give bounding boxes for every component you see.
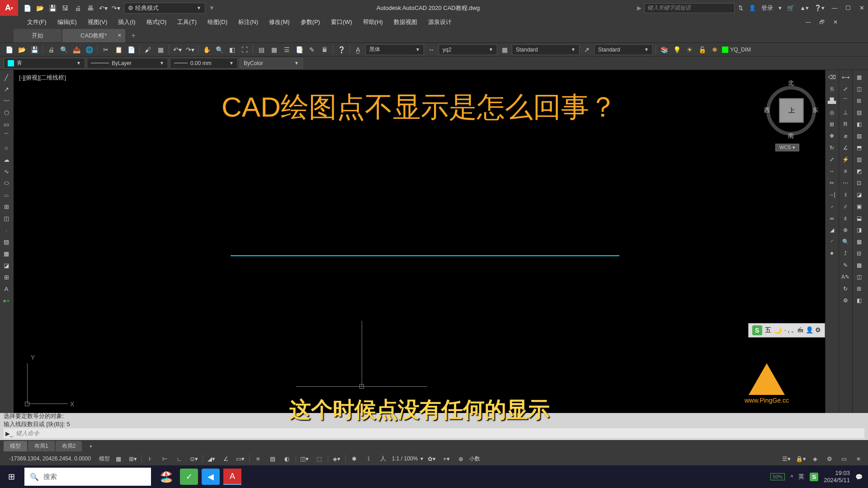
login-button[interactable]: 登录 xyxy=(761,4,773,12)
menu-dimension[interactable]: 标注(N) xyxy=(234,16,263,28)
panel-icon-5[interactable]: ◧ xyxy=(854,119,864,130)
quickprops-toggle[interactable]: ☰▾ xyxy=(780,453,792,464)
modify-array-icon[interactable]: ⊞ xyxy=(826,119,837,130)
panel-icon-1[interactable]: ▦ xyxy=(854,72,864,83)
props-icon[interactable]: ▤ xyxy=(256,44,267,55)
doc-minimize-button[interactable]: — xyxy=(802,17,815,27)
panel-icon-14[interactable]: ◨ xyxy=(854,225,864,235)
modify-scale-icon[interactable]: ⤢ xyxy=(826,154,837,165)
region-icon[interactable]: ◪ xyxy=(1,260,12,271)
modify-rotate-icon[interactable]: ↻ xyxy=(826,142,837,153)
lwt-toggle[interactable]: ▨ xyxy=(267,453,278,464)
transp-toggle[interactable]: ◐ xyxy=(281,453,293,464)
isolate-toggle[interactable]: ◈ xyxy=(809,453,821,464)
dynamic-toggle[interactable]: ⊢ xyxy=(159,453,171,464)
start-button[interactable]: ⊞ xyxy=(0,465,23,488)
rectangle-icon[interactable]: ▭ xyxy=(1,119,12,130)
ime-lang[interactable]: 英 xyxy=(798,473,804,481)
minimize-button[interactable]: — xyxy=(828,3,841,13)
addsel-icon[interactable]: ●+ xyxy=(1,295,12,306)
cycling-toggle[interactable]: ◫▾ xyxy=(299,453,311,464)
plotstyle-dropdown[interactable]: ByColor▼ xyxy=(240,58,303,69)
cmd-input[interactable]: 键入命令 xyxy=(16,429,39,437)
dim-update-icon[interactable]: ↻ xyxy=(840,283,851,294)
modify-move-icon[interactable]: ✥ xyxy=(826,131,837,141)
menu-modify[interactable]: 修改(M) xyxy=(264,16,294,28)
drawing-canvas[interactable]: [-][俯视][二维线框] CAD绘图点不显示是怎么回事？ YX 上 北 南 东… xyxy=(14,70,825,413)
sheet-icon[interactable]: 📑 xyxy=(294,44,305,55)
modify-erase-icon[interactable]: ⌫ xyxy=(826,72,837,83)
menu-tools[interactable]: 工具(T) xyxy=(173,16,201,28)
dim-aligned-icon[interactable]: ⤢ xyxy=(840,84,851,94)
circle-icon[interactable]: ○ xyxy=(1,142,12,153)
line-icon[interactable]: ╱ xyxy=(1,72,12,83)
point-icon[interactable]: · xyxy=(1,225,12,235)
ime-s-icon[interactable]: S xyxy=(810,473,818,481)
dim-jogged-icon[interactable]: ⤴ xyxy=(840,248,851,259)
infer-toggle[interactable]: ⊦ xyxy=(145,453,156,464)
dim-space-icon[interactable]: ⫴ xyxy=(840,189,851,200)
menu-data[interactable]: 数据视图 xyxy=(389,16,422,28)
doc-close-button[interactable]: ✕ xyxy=(829,17,842,27)
zoomext-icon[interactable]: ⛶ xyxy=(239,44,250,55)
panel-icon-17[interactable]: ▩ xyxy=(854,260,864,271)
dim-icon[interactable]: ↔ xyxy=(426,44,437,55)
menu-format[interactable]: 格式(O) xyxy=(142,16,171,28)
cart-icon[interactable]: 🛒 xyxy=(787,5,794,11)
gear-toggle[interactable]: ✿▾ xyxy=(426,453,438,464)
mtext-icon[interactable]: A xyxy=(1,283,12,294)
block2-icon[interactable]: ◫ xyxy=(1,213,12,224)
panel-icon-7[interactable]: ⬒ xyxy=(854,142,864,153)
weather-widget[interactable]: 🏖️ xyxy=(153,468,180,486)
polygon-icon[interactable]: ⬠ xyxy=(1,107,12,118)
undo2-icon[interactable]: ↶▾ xyxy=(172,44,183,55)
open-drawing-icon[interactable]: 📂 xyxy=(16,44,27,55)
layout-2[interactable]: 布局2 xyxy=(56,441,82,451)
panel-icon-9[interactable]: ◩ xyxy=(854,166,864,177)
tray-chevron[interactable]: ^ xyxy=(790,474,793,480)
calc-icon[interactable]: 🖩 xyxy=(319,44,330,55)
zoom-icon[interactable]: 🔍 xyxy=(214,44,225,55)
bulb-on-icon[interactable]: 💡 xyxy=(671,44,682,55)
workspace-dropdown[interactable]: ⚙ 经典模式 ▼ xyxy=(124,3,205,14)
dim-baseline-icon[interactable]: ≡ xyxy=(840,166,851,177)
style1-dropdown[interactable]: yq2▼ xyxy=(439,44,497,55)
publish-icon[interactable]: 📤 xyxy=(71,44,82,55)
help-icon[interactable]: ❔▾ xyxy=(814,5,825,11)
sb-model[interactable]: 模型 xyxy=(99,455,110,463)
panel-icon-18[interactable]: ◫ xyxy=(854,272,864,282)
decimal-label[interactable]: 小数 xyxy=(469,455,480,463)
coordinates[interactable]: -17369.1304, 20426.2454, 0.0000 xyxy=(4,455,96,462)
arc-icon[interactable]: ⌒ xyxy=(1,131,12,141)
mleader-icon[interactable]: ↗ xyxy=(581,44,592,55)
undo-icon[interactable]: ↶▾ xyxy=(99,4,108,13)
modify-extend-icon[interactable]: →| xyxy=(826,189,837,200)
system-clock[interactable]: 19:03 2024/5/11 xyxy=(824,469,850,483)
font-dropdown[interactable]: 黑体▼ xyxy=(365,44,424,55)
dynucs-toggle[interactable]: ◈▾ xyxy=(331,453,343,464)
modify-fillet-icon[interactable]: ◜ xyxy=(826,236,837,247)
otrack-toggle[interactable]: ≡ xyxy=(252,453,264,464)
modify-break-icon[interactable]: ⌿ xyxy=(826,201,837,212)
menu-edit[interactable]: 编辑(E) xyxy=(53,16,81,28)
tab-add-button[interactable]: + xyxy=(126,29,141,42)
lineweight-dropdown[interactable]: 0.00 mm▼ xyxy=(170,58,238,69)
panel-icon-20[interactable]: ◧ xyxy=(854,295,864,306)
menu-file[interactable]: 文件(F) xyxy=(23,16,51,28)
menu-draw[interactable]: 绘图(D) xyxy=(203,16,232,28)
dim-diameter-icon[interactable]: ⌀ xyxy=(840,131,851,141)
taskbar-search[interactable]: 🔍 搜索 xyxy=(24,468,151,486)
style2-dropdown[interactable]: Standard▼ xyxy=(512,44,580,55)
sun-icon[interactable]: ☀ xyxy=(684,44,695,55)
copy-icon[interactable]: 📋 xyxy=(113,44,124,55)
saveas-icon[interactable]: 🖫 xyxy=(61,4,70,13)
hatch-icon[interactable]: ▨ xyxy=(1,236,12,247)
gizmo-toggle[interactable]: ⟟ xyxy=(363,453,375,464)
xline-icon[interactable]: ↗ xyxy=(1,84,12,94)
style3-dropdown[interactable]: Standard▼ xyxy=(594,44,653,55)
menu-param[interactable]: 参数(P) xyxy=(296,16,325,28)
print-icon[interactable]: 🖶 xyxy=(86,4,95,13)
isodraft-toggle[interactable]: ◢▾ xyxy=(206,453,217,464)
scale-label[interactable]: 1:1 / 100% xyxy=(392,455,418,462)
menu-view[interactable]: 视图(V) xyxy=(83,16,112,28)
